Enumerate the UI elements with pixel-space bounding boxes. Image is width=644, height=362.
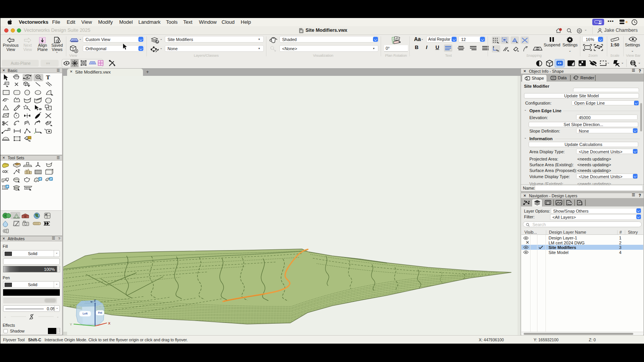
svg-text:P: P	[39, 178, 41, 180]
svg-text:T: T	[46, 74, 50, 80]
svg-text:Fnt: Fnt	[98, 311, 102, 314]
svg-text:Z: Z	[94, 299, 96, 302]
svg-text:Left: Left	[83, 312, 88, 315]
svg-text:X: X	[108, 321, 110, 325]
svg-text:P: P	[50, 178, 52, 180]
svg-text:Y: Y	[70, 323, 72, 326]
svg-text:P: P	[7, 185, 8, 188]
svg-text:%: %	[18, 169, 20, 171]
